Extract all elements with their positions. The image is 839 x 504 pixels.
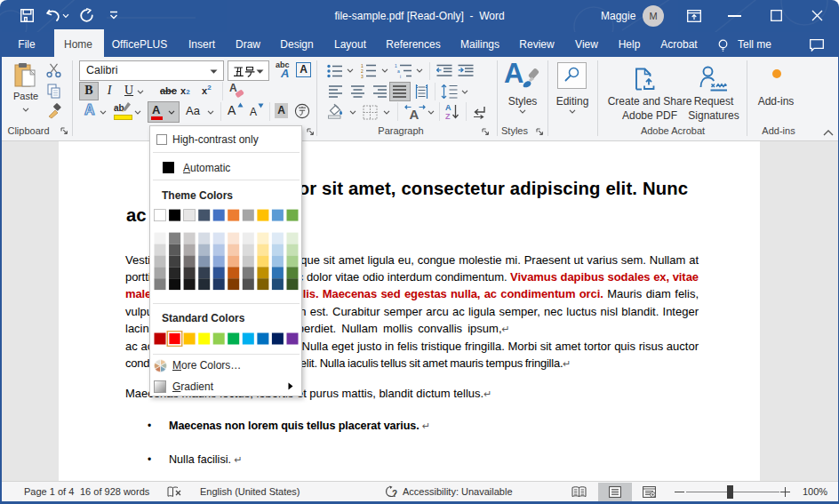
svg-text:?: ? bbox=[392, 489, 397, 499]
svg-text:3: 3 bbox=[361, 74, 364, 78]
svg-text:A: A bbox=[445, 103, 451, 112]
svg-text:i: i bbox=[400, 74, 401, 78]
svg-text:A: A bbox=[410, 107, 420, 121]
svg-text:Z: Z bbox=[445, 112, 451, 121]
